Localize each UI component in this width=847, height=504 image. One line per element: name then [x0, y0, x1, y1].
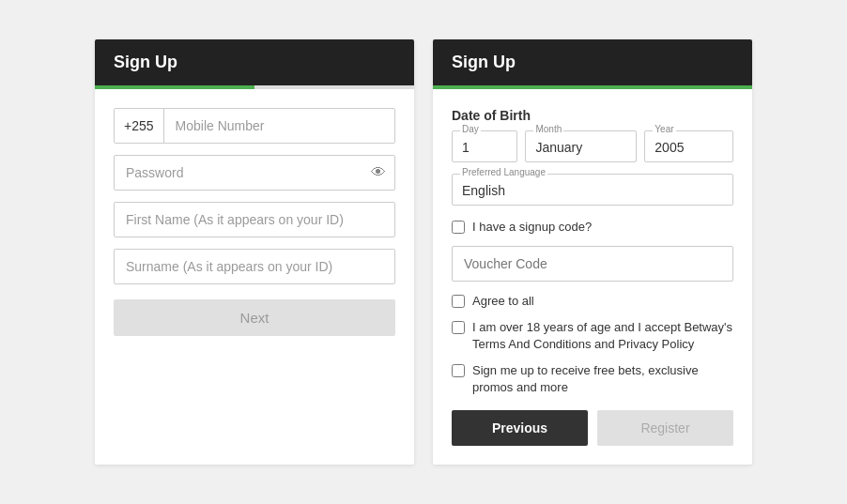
dob-fields-row: Day Month Year [452, 130, 733, 162]
agree-all-checkbox[interactable] [452, 295, 465, 308]
surname-input-group [114, 249, 395, 284]
promo-checkbox[interactable] [452, 364, 465, 377]
dob-day-label: Day [460, 124, 481, 134]
dob-day-input[interactable] [462, 140, 507, 155]
register-button[interactable]: Register [597, 410, 733, 446]
agree-all-row: Agree to all [452, 293, 733, 310]
country-code: +255 [115, 109, 164, 143]
right-panel: Sign Up Date of Birth Day Month [433, 39, 752, 464]
left-panel-title: Sign Up [114, 53, 177, 71]
promo-label: Sign me up to receive free bets, exclusi… [472, 362, 733, 396]
terms-row: I am over 18 years of age and I accept B… [452, 319, 733, 353]
dob-year-field: Year [644, 130, 733, 162]
eye-icon[interactable]: 👁 [371, 164, 386, 181]
language-label: Preferred Language [460, 167, 547, 177]
agree-all-label: Agree to all [472, 293, 534, 310]
signup-code-row: I have a signup code? [452, 219, 733, 236]
firstname-input[interactable] [114, 202, 395, 237]
promo-row: Sign me up to receive free bets, exclusi… [452, 362, 733, 396]
mobile-input[interactable] [164, 109, 394, 143]
left-panel: Sign Up +255 👁 Next [95, 39, 414, 464]
next-button[interactable]: Next [114, 299, 395, 336]
signup-code-label: I have a signup code? [472, 219, 592, 236]
language-field: Preferred Language [452, 174, 733, 206]
mobile-input-group: +255 [114, 108, 395, 144]
language-input[interactable] [462, 183, 723, 198]
dob-section: Date of Birth Day Month Year [452, 108, 733, 162]
right-panel-header: Sign Up [433, 39, 752, 85]
action-buttons: Previous Register [452, 410, 733, 446]
previous-button[interactable]: Previous [452, 410, 588, 446]
dob-label: Date of Birth [452, 108, 733, 123]
left-panel-body: +255 👁 Next [95, 89, 414, 355]
right-panel-title: Sign Up [452, 53, 516, 71]
dob-month-input[interactable] [535, 140, 626, 155]
password-input[interactable] [114, 155, 395, 191]
dob-year-input[interactable] [654, 140, 723, 155]
dob-year-label: Year [653, 124, 675, 134]
dob-month-field: Month [525, 130, 637, 162]
dob-month-label: Month [533, 124, 563, 134]
voucher-input[interactable] [452, 246, 733, 282]
dob-day-field: Day [452, 130, 517, 162]
password-input-group: 👁 [114, 155, 395, 191]
terms-checkbox[interactable] [452, 321, 465, 334]
left-panel-header: Sign Up [95, 39, 414, 85]
phone-input-wrapper: +255 [114, 108, 395, 144]
right-panel-body: Date of Birth Day Month Year [433, 89, 752, 464]
surname-input[interactable] [114, 249, 395, 284]
terms-label: I am over 18 years of age and I accept B… [472, 319, 733, 353]
firstname-input-group [114, 202, 395, 237]
signup-code-checkbox[interactable] [452, 221, 465, 234]
